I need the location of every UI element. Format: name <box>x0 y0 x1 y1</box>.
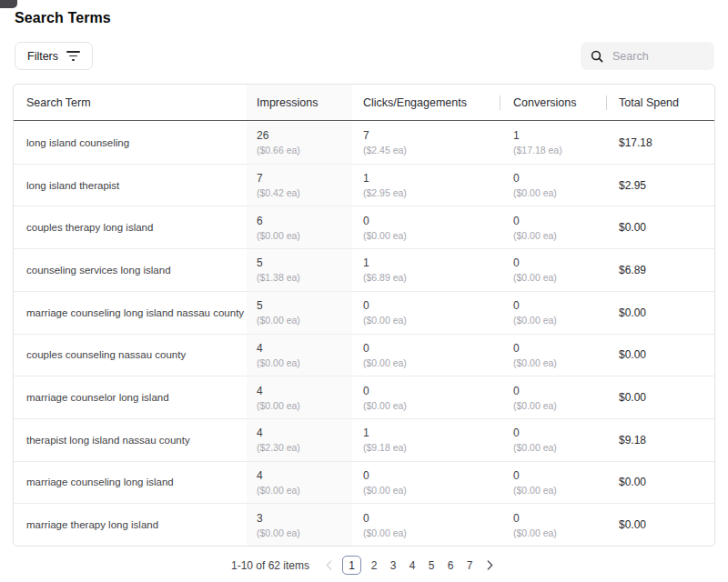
clicks-value: 0 <box>363 299 500 312</box>
page-button[interactable]: 3 <box>387 556 399 575</box>
search-term-text: long island therapist <box>26 180 247 191</box>
clicks-cell: 1 ($9.18 ea) <box>352 419 500 461</box>
clicks-cell: 0 ($0.00 ea) <box>352 292 500 334</box>
prev-page-button[interactable] <box>321 556 336 575</box>
impressions-value: 4 <box>257 426 352 439</box>
search-term-text: couples counseling nassau county <box>26 349 247 360</box>
total-spend-value: $2.95 <box>619 179 714 192</box>
clicks-value: 1 <box>363 426 500 439</box>
conversions-value: 0 <box>513 256 606 269</box>
impressions-value: 5 <box>257 256 352 269</box>
total-spend-value: $0.00 <box>619 221 714 234</box>
impressions-cell: 4 ($0.00 ea) <box>247 462 352 504</box>
total-spend-value: $0.00 <box>619 518 714 531</box>
conversions-value: 0 <box>513 426 606 439</box>
conversions-value: 0 <box>513 512 606 525</box>
impressions-cell: 7 ($0.42 ea) <box>247 165 352 206</box>
search-term-cell: long island counseling <box>14 122 247 164</box>
search-box[interactable] <box>581 42 714 70</box>
search-term-cell: marriage counseling long island <box>14 462 247 504</box>
table-row[interactable]: long island counseling 26 ($0.66 ea) 7 (… <box>14 122 714 165</box>
table-row[interactable]: marriage counseling long island nassau c… <box>14 292 714 335</box>
impressions-cell: 4 ($0.00 ea) <box>247 376 352 418</box>
search-term-cell: marriage counseling long island nassau c… <box>14 292 247 334</box>
page-button[interactable]: 2 <box>368 556 380 575</box>
search-input[interactable] <box>611 49 704 64</box>
clicks-cell: 0 ($0.00 ea) <box>352 335 500 376</box>
total-spend-cell: $17.18 <box>606 122 714 164</box>
page-button[interactable]: 4 <box>406 556 419 575</box>
conversions-cost-each: ($17.18 ea) <box>513 145 606 156</box>
clicks-cell: 0 ($0.00 ea) <box>352 504 500 546</box>
table-row[interactable]: marriage therapy long island 3 ($0.00 ea… <box>14 504 714 546</box>
total-spend-cell: $0.00 <box>606 292 714 334</box>
search-term-text: marriage counseling long island <box>26 477 247 487</box>
impressions-cost-each: ($2.30 ea) <box>257 442 352 453</box>
impressions-cost-each: ($0.66 ea) <box>257 145 352 156</box>
search-term-cell: marriage therapy long island <box>14 504 247 546</box>
conversions-cost-each: ($0.00 ea) <box>513 230 606 241</box>
impressions-cost-each: ($0.00 ea) <box>257 315 352 326</box>
search-term-text: long island counseling <box>26 137 247 148</box>
clicks-cell: 0 ($0.00 ea) <box>352 206 500 248</box>
search-term-text: marriage counseling long island nassau c… <box>26 307 247 318</box>
column-header-label: Clicks/Engagements <box>363 96 467 109</box>
page-button[interactable]: 6 <box>444 556 457 575</box>
total-spend-cell: $0.00 <box>606 376 714 418</box>
impressions-cell: 26 ($0.66 ea) <box>247 122 352 164</box>
total-spend-value: $17.18 <box>619 136 714 149</box>
clicks-cost-each: ($6.89 ea) <box>363 272 500 283</box>
conversions-cost-each: ($0.00 ea) <box>513 485 606 496</box>
table-row[interactable]: marriage counselor long island 4 ($0.00 … <box>14 376 714 419</box>
clicks-value: 0 <box>363 385 500 397</box>
table-row[interactable]: long island therapist 7 ($0.42 ea) 1 ($2… <box>14 165 714 207</box>
table-row[interactable]: therapist long island nassau county 4 ($… <box>14 419 714 462</box>
column-header-total-spend[interactable]: Total Spend <box>606 85 714 120</box>
filters-button[interactable]: Filters <box>15 42 93 70</box>
conversions-cost-each: ($0.00 ea) <box>513 187 606 198</box>
impressions-cost-each: ($0.42 ea) <box>257 187 352 198</box>
page-title: Search Terms <box>15 10 111 26</box>
page-button[interactable]: 1 <box>342 556 361 575</box>
search-icon <box>591 50 603 63</box>
total-spend-cell: $0.00 <box>606 504 714 546</box>
total-spend-cell: $0.00 <box>606 206 714 248</box>
search-term-cell: couples counseling nassau county <box>14 335 247 376</box>
clicks-value: 7 <box>363 129 500 142</box>
impressions-value: 26 <box>257 129 352 142</box>
column-header-impressions[interactable]: Impressions <box>247 85 352 120</box>
total-spend-cell: $0.00 <box>606 462 714 504</box>
search-term-text: marriage counselor long island <box>26 392 247 403</box>
search-terms-table: Search Term Impressions Clicks/Engagemen… <box>13 84 715 547</box>
total-spend-value: $0.00 <box>619 306 714 319</box>
clicks-value: 0 <box>363 469 500 482</box>
impressions-cell: 4 ($2.30 ea) <box>247 419 352 461</box>
table-row[interactable]: couples counseling nassau county 4 ($0.0… <box>14 335 714 377</box>
chevron-right-icon <box>487 560 493 570</box>
impressions-cell: 5 ($0.00 ea) <box>247 292 352 334</box>
column-header-clicks-engagements[interactable]: Clicks/Engagements <box>352 85 500 120</box>
search-term-cell: marriage counselor long island <box>14 376 247 418</box>
table-row[interactable]: counseling services long island 5 ($1.38… <box>14 249 714 292</box>
column-header-conversions[interactable]: Conversions <box>500 85 606 120</box>
page-button[interactable]: 7 <box>463 556 476 575</box>
impressions-value: 4 <box>257 469 352 482</box>
table-header-row: Search Term Impressions Clicks/Engagemen… <box>14 85 714 121</box>
conversions-value: 1 <box>513 129 606 142</box>
conversions-value: 0 <box>513 215 606 227</box>
conversions-cost-each: ($0.00 ea) <box>513 527 606 538</box>
table-row[interactable]: couples therapy long island 6 ($0.00 ea)… <box>14 206 714 249</box>
page-button[interactable]: 5 <box>425 556 438 575</box>
column-header-search-term[interactable]: Search Term <box>14 85 247 120</box>
search-term-text: couples therapy long island <box>26 222 247 233</box>
conversions-cell: 1 ($17.18 ea) <box>500 122 606 164</box>
clicks-value: 1 <box>363 256 500 269</box>
clicks-cost-each: ($2.45 ea) <box>363 145 500 156</box>
table-row[interactable]: marriage counseling long island 4 ($0.00… <box>14 462 714 505</box>
conversions-value: 0 <box>513 385 606 397</box>
conversions-cell: 0 ($0.00 ea) <box>500 292 606 334</box>
next-page-button[interactable] <box>482 556 497 575</box>
chevron-left-icon <box>326 560 332 570</box>
impressions-cell: 3 ($0.00 ea) <box>247 504 352 546</box>
clicks-cost-each: ($0.00 ea) <box>363 485 500 496</box>
